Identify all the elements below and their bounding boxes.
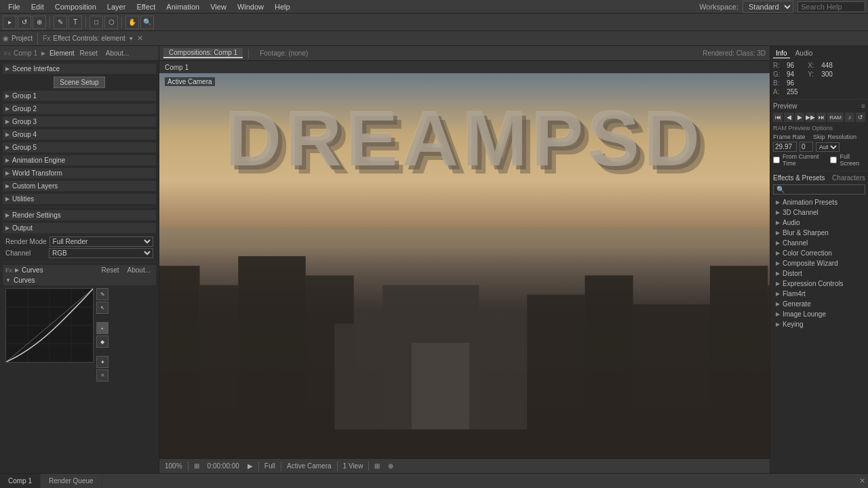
group5-toggle[interactable]: ▶ Group 5 <box>3 142 156 152</box>
effects-item-color-correction[interactable]: ▶ Color Correction <box>773 248 865 258</box>
x-label: X: <box>808 62 818 69</box>
prev-last-btn[interactable]: ⏭ <box>816 113 826 122</box>
curves-header[interactable]: Fx ▶ Curves Reset About... <box>3 265 156 275</box>
resolution-btn[interactable]: ⊞ <box>191 462 202 470</box>
render-mode-select[interactable]: Full Render <box>50 237 153 247</box>
effect-controls-label[interactable]: Effect Controls: element <box>53 35 125 42</box>
prev-audio-btn[interactable]: ♪ <box>845 113 854 122</box>
toolbar-btn-shape[interactable]: □ <box>90 16 103 29</box>
toolbar-btn-camera[interactable]: ⊕ <box>33 16 46 29</box>
toolbar-btn-select[interactable]: ▸ <box>3 16 16 29</box>
menu-item-composition[interactable]: Composition <box>50 0 102 14</box>
group4-toggle[interactable]: ▶ Group 4 <box>3 129 156 140</box>
menu-item-window[interactable]: Window <box>232 0 269 14</box>
timeline-close-btn[interactable]: ✕ <box>859 476 865 485</box>
zoom-select[interactable]: 100% <box>162 462 185 470</box>
compositions-tab[interactable]: Compositions: Comp 1 <box>163 48 243 58</box>
anim-engine-toggle[interactable]: ▶ Animation Engine <box>3 155 156 165</box>
prev-ram-btn[interactable]: RAM <box>827 113 844 122</box>
curve-eyedrop-tool[interactable]: ⌗ <box>96 369 108 382</box>
view-select[interactable]: 1 View <box>340 462 366 470</box>
effects-item-3d-channel[interactable]: ▶ 3D Channel <box>773 207 865 218</box>
footage-tab[interactable]: Footage: (none) <box>254 49 313 58</box>
menu-item-help[interactable]: Help <box>269 0 296 14</box>
toolbar-btn-pick[interactable]: ✋ <box>125 16 139 29</box>
utilities-toggle[interactable]: ▶ Utilities <box>3 194 156 204</box>
curve-sample-tool[interactable]: ✦ <box>96 356 108 368</box>
about-btn[interactable]: About... <box>103 49 132 57</box>
comp1-tab[interactable]: Comp 1 <box>0 474 41 489</box>
channel-select[interactable]: RGB <box>49 248 153 258</box>
menu-item-effect[interactable]: Effect <box>131 0 161 14</box>
toolbar-btn-text[interactable]: T <box>68 16 82 29</box>
full-screen-checkbox[interactable] <box>830 157 837 163</box>
curves-subsection-toggle[interactable]: ▼ Curves <box>3 275 156 285</box>
effects-item-keying[interactable]: ▶ Keying <box>773 319 865 329</box>
effect-controls-close[interactable]: ✕ <box>137 34 143 43</box>
menu-item-file[interactable]: File <box>3 0 26 14</box>
from-current-label: From Current Time <box>783 153 825 167</box>
effects-item-expression-controls[interactable]: ▶ Expression Controls <box>773 279 865 289</box>
curve-smooth-tool[interactable]: ▪ <box>96 322 108 334</box>
prev-first-btn[interactable]: ⏮ <box>773 113 783 122</box>
group2-toggle[interactable]: ▶ Group 2 <box>3 104 156 114</box>
play-btn[interactable]: ▶ <box>245 462 256 470</box>
effects-item-blur[interactable]: ▶ Blur & Sharpen <box>773 228 865 238</box>
group3-toggle[interactable]: ▶ Group 3 <box>3 117 156 127</box>
output-toggle[interactable]: ▶ Output <box>3 223 156 233</box>
render-settings-toggle[interactable]: ▶ Render Settings <box>3 210 156 220</box>
snap-btn[interactable]: ⊕ <box>385 462 396 470</box>
info-tab[interactable]: Info <box>773 49 790 58</box>
effects-item-flam4rt[interactable]: ▶ Flam4rt <box>773 289 865 299</box>
menu-item-edit[interactable]: Edit <box>26 0 50 14</box>
resolution-dropdown[interactable]: Auto <box>816 142 840 152</box>
reset-btn[interactable]: Reset <box>77 49 100 57</box>
from-current-checkbox[interactable] <box>773 157 780 163</box>
toolbar-btn-rotate[interactable]: ↺ <box>18 16 31 29</box>
custom-layers-toggle[interactable]: ▶ Custom Layers <box>3 181 156 191</box>
effects-item-anim-presets[interactable]: ▶ Animation Presets <box>773 197 865 207</box>
prev-back-btn[interactable]: ◀ <box>784 113 793 122</box>
menu-item-layer[interactable]: Layer <box>102 0 132 14</box>
workspace-select[interactable]: Standard <box>743 1 793 13</box>
menu-item-animation[interactable]: Animation <box>161 0 205 14</box>
camera-select[interactable]: Active Camera <box>284 462 334 470</box>
effects-item-channel[interactable]: ▶ Channel <box>773 238 865 248</box>
scene-setup-btn[interactable]: Scene Setup <box>54 77 104 88</box>
skip-label: Skip <box>813 134 825 140</box>
group5-section: ▶ Group 5 <box>3 142 156 152</box>
effects-item-image-lounge[interactable]: ▶ Image Lounge <box>773 309 865 319</box>
curves-about-btn[interactable]: About... <box>125 266 153 274</box>
effects-search[interactable] <box>773 184 865 195</box>
curves-reset-btn[interactable]: Reset <box>98 266 121 274</box>
skip-input[interactable] <box>800 142 813 152</box>
curve-pen-tool[interactable]: ✎ <box>96 288 108 300</box>
frame-rate-input[interactable] <box>773 142 797 152</box>
resolution-select[interactable]: Full <box>262 462 278 470</box>
comp-viewport[interactable]: DREAMPSD <box>159 73 770 458</box>
render-queue-tab[interactable]: Render Queue <box>41 474 102 489</box>
group1-toggle[interactable]: ▶ Group 1 <box>3 91 156 101</box>
prev-fwd-btn[interactable]: ▶▶ <box>806 113 815 122</box>
curve-select-tool[interactable]: ↖ <box>96 302 108 314</box>
toolbar-btn-brush[interactable]: ⬡ <box>104 16 118 29</box>
effects-item-composite-wizard[interactable]: ▶ Composite Wizard <box>773 258 865 268</box>
effects-item-generate[interactable]: ▶ Generate <box>773 299 865 309</box>
grid-btn[interactable]: ⊞ <box>372 462 382 470</box>
effects-item-distort[interactable]: ▶ Distort <box>773 268 865 279</box>
curves-canvas[interactable] <box>5 288 94 363</box>
effects-item-label: Blur & Sharpen <box>783 229 829 237</box>
scene-interface-toggle[interactable]: ▶ Scene Interface <box>3 64 156 74</box>
search-input[interactable] <box>797 1 865 12</box>
prev-play-btn[interactable]: ▶ <box>795 113 804 122</box>
menu-item-view[interactable]: View <box>205 0 232 14</box>
toolbar-btn-zoom[interactable]: 🔍 <box>140 16 154 29</box>
time-code-btn[interactable]: 0:00:00:00 <box>205 462 242 470</box>
audio-tab[interactable]: Audio <box>793 49 816 58</box>
world-transform-toggle[interactable]: ▶ World Transform <box>3 168 156 178</box>
effects-item-audio[interactable]: ▶ Audio <box>773 218 865 228</box>
prev-loop-btn[interactable]: ↺ <box>856 113 865 122</box>
info-panel: Info Audio R: 96 X: 448 G: 94 Y: 300 B: … <box>770 46 868 100</box>
toolbar-btn-pen[interactable]: ✎ <box>54 16 67 29</box>
curve-corner-tool[interactable]: ◆ <box>96 336 108 348</box>
